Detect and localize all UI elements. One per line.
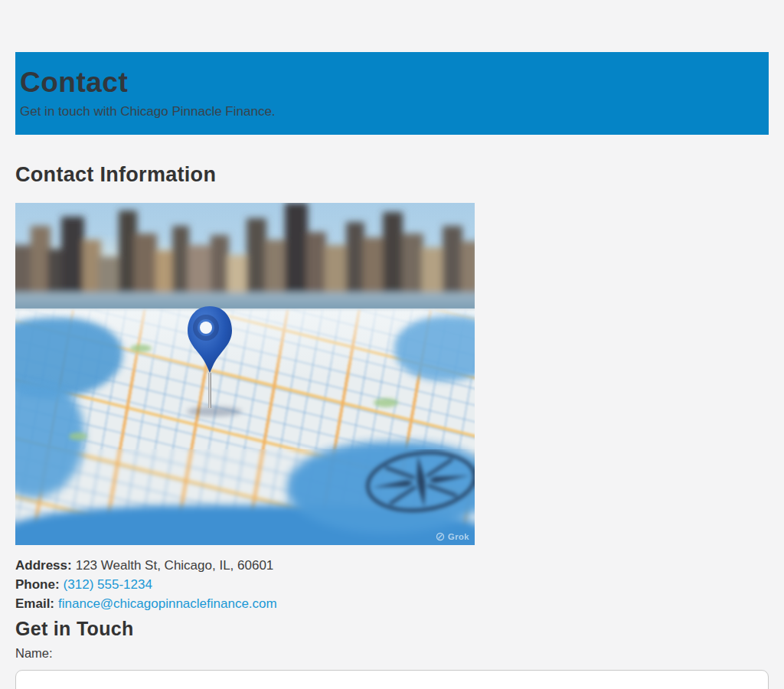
map-image: Grok (15, 203, 475, 545)
skyline-graphic (15, 203, 475, 319)
park-patch (130, 344, 152, 352)
grok-watermark: Grok (436, 532, 469, 541)
page-title: Contact (20, 67, 753, 99)
phone-row: Phone:(312) 555-1234 (15, 575, 769, 594)
contact-info-heading: Contact Information (15, 163, 769, 187)
address-row: Address:123 Wealth St, Chicago, IL, 6060… (15, 556, 769, 575)
phone-label: Phone: (15, 577, 60, 592)
map-pin-icon (185, 304, 234, 411)
address-label: Address: (15, 558, 72, 573)
park-patch (69, 433, 87, 440)
grok-logo-icon (436, 532, 445, 541)
get-in-touch-heading: Get in Touch (15, 618, 769, 640)
park-patch (374, 398, 398, 407)
depth-blur-overlay (15, 449, 475, 545)
grok-watermark-label: Grok (448, 532, 469, 541)
address-value: 123 Wealth St, Chicago, IL, 60601 (76, 558, 274, 573)
hero-subtitle: Get in touch with Chicago Pinnacle Finan… (20, 104, 753, 119)
page-root: Contact Get in touch with Chicago Pinnac… (0, 0, 784, 689)
email-row: Email:finance@chicagopinnaclefinance.com (15, 594, 769, 613)
name-label: Name: (15, 646, 769, 661)
phone-link[interactable]: (312) 555-1234 (64, 577, 152, 592)
contact-details: Address:123 Wealth St, Chicago, IL, 6060… (15, 556, 769, 613)
hero-banner: Contact Get in touch with Chicago Pinnac… (15, 52, 769, 135)
email-link[interactable]: finance@chicagopinnaclefinance.com (58, 596, 277, 611)
email-label: Email: (15, 596, 54, 611)
name-input[interactable] (15, 670, 769, 689)
